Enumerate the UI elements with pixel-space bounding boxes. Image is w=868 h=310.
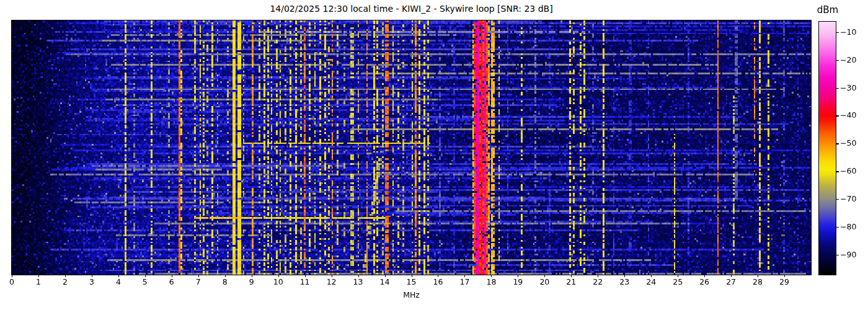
x-tick-label: 13: [346, 277, 371, 286]
colorbar: [818, 21, 836, 275]
x-tick-label: 4: [106, 277, 131, 286]
x-tick-label: 1: [26, 277, 51, 286]
x-tick-label: 17: [452, 277, 477, 286]
plot-area: [11, 20, 812, 275]
colorbar-tick-label: −30: [840, 83, 856, 93]
x-tick-label: 28: [745, 277, 770, 286]
x-tick-label: 2: [53, 277, 78, 286]
x-axis-label: MHz: [11, 290, 812, 299]
x-tick-label: 8: [213, 277, 237, 286]
x-tick-label: 25: [665, 277, 690, 286]
colorbar-gradient: [819, 22, 836, 275]
x-tick-label: 0: [0, 277, 24, 286]
colorbar-tick-mark: [836, 32, 839, 33]
x-tick-label: 3: [79, 277, 104, 286]
x-tick-label: 6: [159, 277, 184, 286]
x-tick-label: 9: [239, 277, 264, 286]
colorbar-tick-mark: [836, 171, 839, 172]
x-tick-label: 19: [505, 277, 530, 286]
colorbar-tick-label: −50: [840, 138, 856, 148]
x-tick-label: 5: [133, 277, 157, 286]
colorbar-tick-mark: [836, 199, 839, 200]
x-tick-label: 29: [772, 277, 797, 286]
colorbar-title: dBm: [813, 4, 842, 16]
colorbar-tick-label: −10: [840, 27, 856, 37]
colorbar-tick-mark: [836, 255, 839, 255]
x-tick-label: 24: [639, 277, 663, 286]
spectrogram-figure: 14/02/2025 12:30 local time - KIWI_2 - S…: [0, 0, 868, 310]
colorbar-tick-mark: [836, 227, 839, 228]
colorbar-tick-label: −60: [840, 166, 856, 176]
colorbar-tick-mark: [836, 143, 839, 144]
spectrogram-canvas: [12, 20, 811, 275]
x-tick-label: 20: [532, 277, 557, 286]
x-tick-label: 15: [399, 277, 424, 286]
x-tick-label: 22: [585, 277, 610, 286]
x-tick-label: 23: [612, 277, 637, 286]
x-tick-label: 26: [692, 277, 717, 286]
colorbar-tick-label: −40: [840, 110, 856, 120]
colorbar-tick-label: −90: [840, 250, 856, 260]
x-tick-label: 16: [425, 277, 450, 286]
x-tick-label: 27: [719, 277, 743, 286]
colorbar-tick-label: −70: [840, 194, 856, 204]
colorbar-tick-label: −20: [840, 55, 856, 65]
colorbar-tick-mark: [836, 115, 839, 116]
x-tick-label: 10: [266, 277, 291, 286]
colorbar-tick-mark: [836, 60, 839, 61]
x-tick-label: 21: [559, 277, 583, 286]
x-tick-label: 7: [186, 277, 211, 286]
colorbar-tick-label: −80: [840, 222, 856, 232]
x-tick-label: 18: [479, 277, 503, 286]
x-tick-label: 11: [293, 277, 317, 286]
x-tick-label: 12: [319, 277, 344, 286]
x-tick-label: 14: [373, 277, 397, 286]
colorbar-tick-mark: [836, 88, 839, 89]
chart-title: 14/02/2025 12:30 local time - KIWI_2 - S…: [11, 3, 812, 14]
